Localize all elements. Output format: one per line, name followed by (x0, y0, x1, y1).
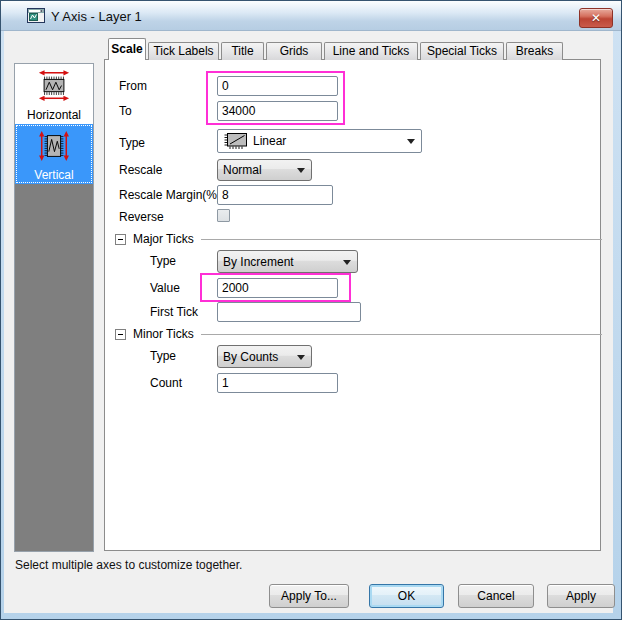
first-tick-label: First Tick (150, 305, 198, 319)
rescale-margin-label: Rescale Margin(%) (119, 188, 221, 202)
apply-button[interactable]: Apply (547, 584, 615, 608)
axis-type-dropdown[interactable]: Linear (217, 129, 422, 153)
minor-tick-type-label: Type (150, 349, 176, 363)
linear-scale-icon (223, 132, 249, 150)
title-bar[interactable]: Y Axis - Layer 1 ✕ (1, 1, 621, 31)
vertical-axis-icon (34, 129, 74, 163)
tab-grids[interactable]: Grids (266, 42, 322, 60)
reverse-checkbox[interactable] (217, 209, 230, 222)
close-icon: ✕ (591, 11, 601, 25)
major-tick-type-label: Type (150, 254, 176, 268)
axis-type-value: Linear (253, 134, 286, 148)
close-button[interactable]: ✕ (579, 8, 613, 28)
tab-tick-labels[interactable]: Tick Labels (148, 42, 219, 60)
rescale-dropdown[interactable]: Normal (217, 159, 312, 181)
to-input[interactable] (217, 101, 338, 121)
minor-tick-count-input[interactable] (217, 373, 338, 393)
collapse-icon[interactable] (115, 234, 126, 245)
y-axis-dialog: Y Axis - Layer 1 ✕ (0, 0, 622, 620)
chevron-down-icon (297, 168, 305, 173)
minor-ticks-group-label: Minor Ticks (133, 327, 194, 341)
chevron-down-icon (343, 260, 351, 265)
ok-button[interactable]: OK (369, 584, 444, 608)
axis-selector-list: Horizontal (14, 63, 94, 552)
tab-special-ticks[interactable]: Special Ticks (420, 42, 504, 60)
axis-item-horizontal[interactable]: Horizontal (15, 64, 93, 124)
minor-tick-count-label: Count (150, 376, 182, 390)
minor-tick-type-dropdown[interactable]: By Counts (217, 345, 312, 368)
apply-to-button[interactable]: Apply To... (269, 584, 349, 608)
tab-breaks[interactable]: Breaks (506, 42, 563, 60)
first-tick-input[interactable] (217, 302, 361, 322)
scale-tab-panel: From To Type Linear (104, 59, 601, 551)
major-ticks-group-label: Major Ticks (133, 232, 194, 246)
rescale-label: Rescale (119, 163, 162, 177)
from-input[interactable] (217, 76, 338, 96)
minor-ticks-group-header: Minor Ticks (115, 327, 602, 341)
reverse-label: Reverse (119, 210, 164, 224)
collapse-icon[interactable] (115, 329, 126, 340)
group-divider (201, 334, 602, 335)
chevron-down-icon (297, 355, 305, 360)
major-tick-value-input[interactable] (217, 278, 338, 298)
major-tick-value-label: Value (150, 281, 180, 295)
axis-item-label: Vertical (15, 168, 93, 182)
tab-title[interactable]: Title (221, 42, 264, 60)
minor-tick-type-value: By Counts (223, 350, 278, 364)
rescale-margin-input[interactable] (217, 185, 333, 205)
tab-scale[interactable]: Scale (108, 38, 146, 60)
axis-item-label: Horizontal (15, 108, 93, 122)
cancel-button[interactable]: Cancel (458, 584, 534, 608)
major-tick-type-value: By Increment (223, 255, 294, 269)
status-hint-text: Select multiple axes to customize togeth… (15, 558, 242, 572)
window-title: Y Axis - Layer 1 (51, 9, 142, 24)
axis-item-vertical[interactable]: Vertical (15, 124, 93, 184)
tab-line-and-ticks[interactable]: Line and Ticks (324, 42, 418, 60)
from-label: From (119, 79, 147, 93)
chevron-down-icon (407, 139, 415, 144)
graph-window-icon (27, 8, 45, 23)
horizontal-axis-icon (34, 69, 74, 103)
major-ticks-group-header: Major Ticks (115, 232, 602, 246)
to-label: To (119, 104, 132, 118)
group-divider (201, 239, 602, 240)
major-tick-type-dropdown[interactable]: By Increment (217, 250, 358, 273)
rescale-value: Normal (223, 163, 262, 177)
type-label: Type (119, 136, 145, 150)
